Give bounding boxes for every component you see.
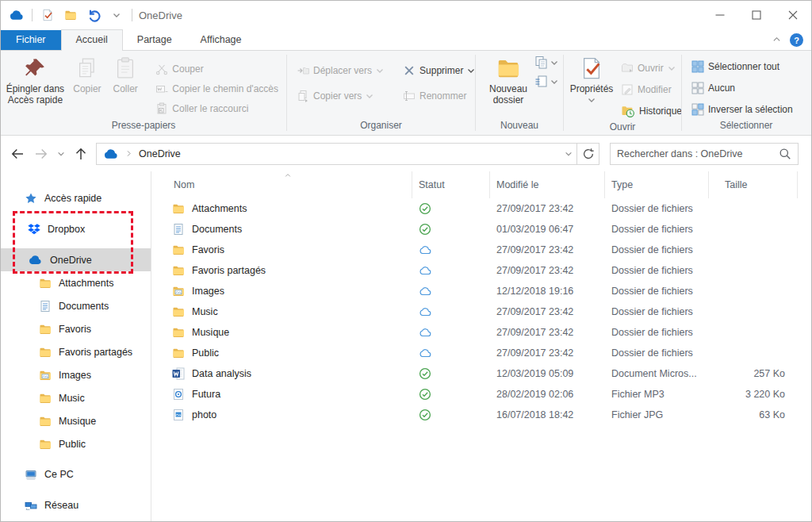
invert-selection-button[interactable]: Inverser la sélection [688, 99, 796, 119]
customize-toolbar-caret-icon[interactable] [109, 6, 124, 24]
file-row[interactable]: Images 12/12/2018 19:16 Dossier de fichi… [151, 281, 811, 301]
sidebar-item-music[interactable]: Music [1, 386, 151, 409]
file-row[interactable]: Favoris 27/09/2017 23:42 Dossier de fich… [151, 240, 811, 260]
copy-path-button[interactable]: Copier le chemin d'accès [152, 79, 282, 98]
rename-button[interactable]: Renommer [400, 86, 478, 106]
main-area: Accès rapide Dropbox OneDrive Attachment… [1, 171, 811, 522]
audio-file-icon [172, 388, 185, 401]
new-item-button[interactable] [534, 56, 558, 70]
new-folder-button[interactable]: Nouveau dossier [484, 52, 533, 107]
status-synced-icon [419, 409, 431, 421]
breadcrumb-root[interactable]: OneDrive [139, 148, 181, 159]
file-row[interactable]: Favoris partagés 27/09/2017 23:42 Dossie… [151, 260, 811, 281]
new-folder-quick-icon[interactable] [63, 6, 79, 24]
sidebar-item-favoris-partages[interactable]: Favoris partagés [1, 340, 151, 363]
sidebar-item-attachments[interactable]: Attachments [1, 271, 151, 294]
column-header-statut[interactable]: Statut [412, 171, 490, 198]
refresh-icon[interactable] [577, 143, 599, 165]
address-dropdown-caret-icon[interactable] [564, 149, 573, 159]
help-icon[interactable]: ? [790, 33, 803, 47]
file-row[interactable]: Music 27/09/2017 23:42 Dossier de fichie… [151, 301, 811, 322]
collapse-ribbon-icon[interactable] [772, 34, 782, 47]
scissors-icon [155, 63, 168, 75]
minimize-button[interactable] [702, 1, 738, 29]
tab-affichage[interactable]: Affichage [186, 30, 256, 50]
forward-button[interactable] [29, 142, 53, 166]
ribbon-tab-bar: Fichier Accueil Partage Affichage ? [1, 29, 811, 51]
ribbon-group-open: Propriétés Ouvrir Modifier H [564, 51, 681, 135]
edit-button[interactable]: Modifier [618, 79, 685, 99]
sidebar-item-reseau[interactable]: Réseau [1, 493, 151, 516]
file-row[interactable]: Data analysis 12/03/2019 05:09 Document … [151, 363, 811, 384]
column-header-modifie-le[interactable]: Modifié le [490, 171, 605, 198]
edit-icon [621, 83, 634, 96]
status-online-icon [419, 307, 432, 317]
onedrive-cloud-icon [28, 255, 43, 265]
file-row[interactable]: Musique 27/09/2017 23:42 Dossier de fich… [151, 322, 811, 343]
easy-access-icon [534, 75, 549, 89]
folder-icon [39, 323, 52, 336]
recent-locations-caret-icon[interactable] [53, 142, 69, 166]
status-online-icon [419, 348, 432, 358]
sidebar-item-public[interactable]: Public [1, 432, 151, 455]
file-row[interactable]: Futura 28/02/2019 02:06 Fichier MP3 3 22… [151, 384, 811, 405]
delete-button[interactable]: Supprimer [400, 60, 478, 80]
image-folder-icon [172, 285, 185, 297]
move-to-button[interactable]: Déplacer vers [293, 60, 387, 80]
undo-icon[interactable] [86, 6, 102, 24]
toolbar-separator [32, 9, 33, 21]
select-none-button[interactable]: Aucun [688, 78, 738, 98]
group-label-select: Sélectionner [682, 119, 810, 135]
file-row[interactable]: Documents 01/03/2019 06:47 Dossier de fi… [151, 219, 811, 240]
sidebar-item-images[interactable]: Images [1, 363, 151, 386]
rename-icon [403, 90, 416, 102]
window-controls [702, 1, 811, 29]
up-button[interactable] [69, 142, 93, 166]
file-row[interactable]: Public 27/09/2017 23:42 Dossier de fichi… [151, 343, 811, 363]
column-header-type[interactable]: Type [605, 171, 709, 198]
properties-button[interactable]: Propriétés [567, 52, 616, 106]
computer-icon [25, 468, 37, 481]
sidebar-item-onedrive[interactable]: OneDrive [1, 248, 151, 271]
copy-button[interactable]: Copier [68, 52, 106, 96]
cut-button[interactable]: Couper [152, 59, 282, 79]
search-input[interactable] [617, 148, 779, 159]
sidebar-item-ce-pc[interactable]: Ce PC [1, 463, 151, 486]
sort-ascending-icon [283, 171, 293, 179]
close-button[interactable] [775, 1, 811, 29]
history-button[interactable]: Historique [618, 101, 685, 121]
paste-shortcut-button[interactable]: Coller le raccourci [152, 98, 282, 118]
file-row[interactable]: photo 16/07/2018 18:42 Fichier JPG 63 Ko [151, 405, 811, 425]
pin-to-quick-access-button[interactable]: Épingler dans Accès rapide [2, 52, 68, 107]
file-row[interactable]: Attachments 27/09/2017 23:42 Dossier de … [151, 198, 811, 219]
copy-to-button[interactable]: Copier vers [293, 86, 387, 106]
open-button[interactable]: Ouvrir [618, 58, 685, 78]
group-label-organize: Organiser [287, 119, 475, 135]
paste-button[interactable]: Coller [106, 52, 144, 96]
image-file-icon [172, 409, 185, 421]
column-header-taille[interactable]: Taille [709, 171, 798, 198]
file-explorer-window: OneDrive Fichier Accueil Partage Afficha… [0, 0, 812, 522]
sidebar-item-favoris[interactable]: Favoris [1, 317, 151, 340]
folder-icon [172, 264, 185, 277]
tab-partage[interactable]: Partage [123, 30, 186, 50]
status-online-icon [419, 286, 432, 296]
onedrive-cloud-icon [103, 148, 119, 159]
back-button[interactable] [6, 142, 29, 166]
sidebar-item-documents[interactable]: Documents [1, 294, 151, 317]
address-input[interactable]: OneDrive [96, 143, 577, 165]
column-header-nom[interactable]: Nom [151, 171, 412, 198]
search-icon[interactable] [779, 148, 791, 160]
sidebar-item-musique[interactable]: Musique [1, 409, 151, 432]
folder-icon [39, 346, 52, 359]
star-icon [25, 192, 37, 205]
maximize-button[interactable] [738, 1, 775, 29]
sidebar-item-dropbox[interactable]: Dropbox [1, 217, 151, 240]
move-to-icon [297, 64, 309, 77]
properties-quick-icon[interactable] [40, 6, 56, 24]
tab-fichier[interactable]: Fichier [1, 30, 61, 50]
select-all-button[interactable]: Sélectionner tout [688, 56, 783, 76]
easy-access-button[interactable] [534, 75, 558, 89]
tab-accueil[interactable]: Accueil [61, 29, 123, 51]
sidebar-item-acces-rapide[interactable]: Accès rapide [1, 186, 151, 209]
